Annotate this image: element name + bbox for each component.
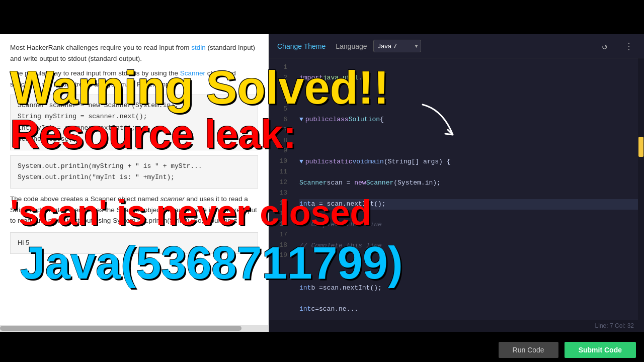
line-num-7: 7 — [271, 125, 291, 136]
line-numbers: 1 2 3 4 5 6 7 8 9 10 11 12 13 14 15 16 1… — [269, 58, 293, 320]
code-content[interactable]: import java.util.*; ▼public class Soluti… — [293, 58, 644, 320]
editor-toolbar: Change Theme Language Java 7 Java 8 Pyth… — [269, 34, 644, 58]
line-num-9: 9 — [271, 146, 291, 156]
line-num-12: 12 — [271, 177, 291, 188]
line-num-11: 11 — [271, 167, 291, 177]
black-bar-top — [0, 0, 644, 34]
line-num-10: 10 — [271, 156, 291, 167]
code-editor-area: 1 2 3 4 5 6 7 8 9 10 11 12 13 14 15 16 1… — [269, 58, 644, 320]
line-num-3: 3 — [271, 83, 291, 94]
right-panel: Change Theme Language Java 7 Java 8 Pyth… — [269, 34, 644, 332]
line-num-5: 5 — [271, 104, 291, 115]
line-num-16: 16 — [271, 219, 291, 230]
line-num-4: 4 — [271, 94, 291, 104]
scanner-link[interactable]: Scanner — [180, 69, 205, 77]
description-para2: One popular way to read input from stdin… — [10, 68, 258, 89]
language-select[interactable]: Java 7 Java 8 Python 3 C++ JavaScript — [373, 40, 421, 52]
scrollbar-thumb-right — [638, 137, 643, 157]
right-scrollbar[interactable] — [638, 58, 644, 320]
code-block-1: Scanner scanner = new Scanner(System.in)… — [10, 95, 258, 150]
code-line-10 — [299, 262, 638, 273]
line-num-17: 17 — [271, 230, 291, 240]
code-line-8: // Complete this line — [299, 220, 638, 230]
code-line-4 — [299, 136, 638, 146]
horizontal-scrollbar[interactable] — [0, 325, 268, 332]
more-options-icon[interactable]: ⋮ — [622, 39, 636, 53]
code-line-9: // Complete this line — [299, 241, 638, 251]
code-line-5: ▼public static void main(String[] args) … — [299, 157, 638, 167]
code-line-6: Scanner scan = new Scanner(System.in); — [299, 178, 638, 189]
line-num-6: 6 — [271, 115, 291, 125]
code-line-2 — [299, 94, 638, 105]
description-para3: The code above creates a Scanner object … — [10, 194, 258, 226]
submit-code-button[interactable]: Submit Code — [565, 342, 636, 358]
code-line-1: import java.util.*; — [299, 73, 638, 83]
bottom-buttons: Run Code Submit Code — [499, 342, 636, 358]
status-bar: Line: 7 Col: 32 — [269, 320, 644, 332]
language-select-wrapper: Java 7 Java 8 Python 3 C++ JavaScript — [373, 40, 421, 52]
line-num-13: 13 — [271, 188, 291, 199]
line-num-19: 19 — [271, 250, 291, 261]
description-para1: Most HackerRank challenges require you t… — [10, 42, 258, 64]
code-line-3: ▼public class Solution { — [299, 115, 638, 125]
code-line-11: int b =scan.nextInt(); — [299, 283, 638, 294]
description-text: Most HackerRank challenges require you t… — [10, 42, 258, 254]
run-code-button[interactable]: Run Code — [499, 342, 558, 358]
scrollbar-thumb — [0, 326, 242, 331]
stdin-link[interactable]: stdin — [191, 44, 206, 51]
line-num-18: 18 — [271, 240, 291, 251]
line-col-info: Line: 7 Col: 32 — [595, 322, 634, 329]
main-content: Most HackerRank challenges require you t… — [0, 34, 644, 332]
restore-icon[interactable]: ↺ — [598, 39, 612, 53]
code-block-2: System.out.println(myString + " is " + m… — [10, 155, 258, 189]
line-num-15: 15 — [271, 209, 291, 219]
line-num-1: 1 — [271, 62, 291, 73]
line-num-2: 2 — [271, 73, 291, 83]
line-num-8: 8 — [271, 136, 291, 146]
line-num-14: 14 — [271, 198, 291, 209]
example-label: Hi 5 — [18, 239, 29, 246]
left-panel: Most HackerRank challenges require you t… — [0, 34, 269, 332]
code-line-12: int c=scan.ne... — [299, 304, 638, 315]
example-box: Hi 5 — [10, 232, 258, 254]
change-theme-button[interactable]: Change Theme — [277, 42, 326, 50]
code-line-7: int a = scan.nextInt(); — [299, 199, 638, 210]
language-label: Language — [336, 42, 367, 50]
